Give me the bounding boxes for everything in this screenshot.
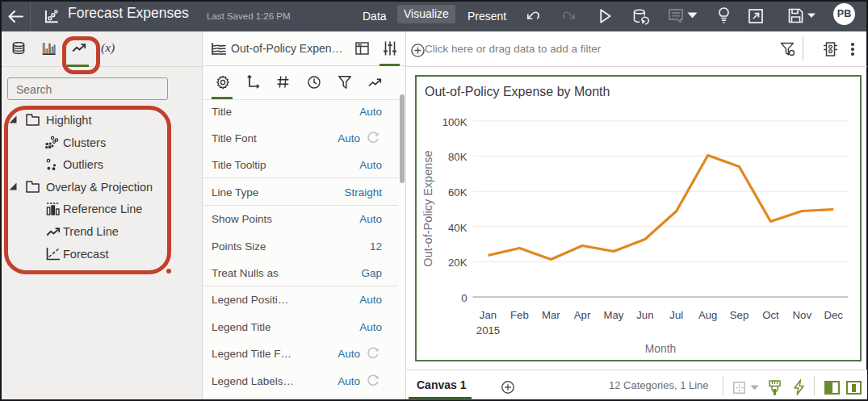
svg-text:Month: Month (645, 343, 676, 355)
svg-text:Jun: Jun (636, 309, 653, 321)
svg-text:Apr: Apr (574, 309, 591, 321)
svg-text:40K: 40K (448, 222, 468, 234)
svg-text:Out-of-Policy Expense: Out-of-Policy Expense (421, 150, 434, 266)
svg-text:Jan: Jan (480, 309, 497, 321)
svg-text:60K: 60K (448, 186, 468, 198)
svg-text:Dec: Dec (824, 309, 843, 321)
svg-text:Mar: Mar (542, 309, 560, 321)
svg-text:80K: 80K (448, 151, 468, 163)
svg-text:May: May (604, 309, 624, 321)
svg-text:Jul: Jul (669, 309, 683, 321)
svg-text:Feb: Feb (510, 309, 529, 321)
svg-text:Sep: Sep (730, 309, 748, 321)
svg-text:20K: 20K (448, 257, 468, 269)
svg-text:Nov: Nov (793, 309, 812, 321)
svg-text:0: 0 (461, 292, 467, 304)
svg-text:100K: 100K (442, 116, 468, 128)
svg-text:Oct: Oct (762, 309, 779, 321)
svg-text:2015: 2015 (476, 324, 500, 336)
svg-text:Aug: Aug (698, 309, 717, 321)
